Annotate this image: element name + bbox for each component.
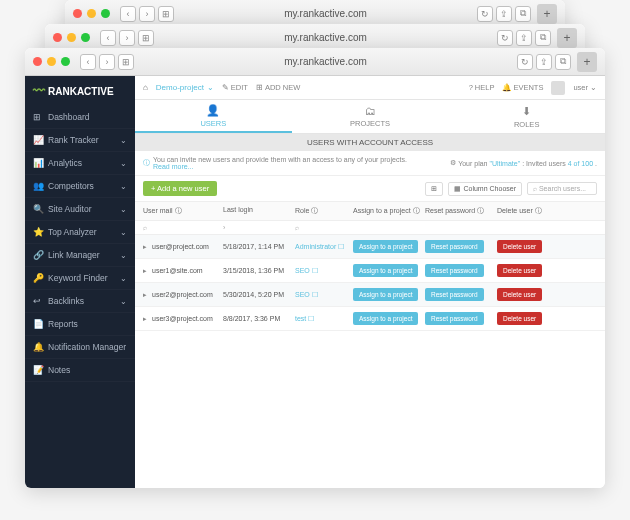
back-button[interactable]: ‹ (80, 54, 96, 70)
add-new-button[interactable]: ⊞ ADD NEW (256, 83, 300, 92)
search-input[interactable]: ⌕ Search users... (527, 182, 597, 195)
export-button[interactable]: ⊞ (425, 182, 443, 196)
user-menu[interactable]: user⌄ (573, 83, 597, 92)
close-dot[interactable] (33, 57, 42, 66)
sidebar-item-rank-tracker[interactable]: 📈Rank Tracker⌄ (25, 129, 135, 152)
roles-icon: ⬇ (522, 105, 531, 118)
col-user-mail[interactable]: User mail ⓘ (143, 206, 223, 216)
nav-icon: 📈 (33, 135, 43, 145)
chevron-down-icon: ⌄ (120, 228, 127, 237)
filter-login[interactable]: › (223, 224, 295, 231)
minimize-dot[interactable] (47, 57, 56, 66)
chevron-down-icon: ⌄ (207, 83, 214, 92)
nav-icon: 👥 (33, 181, 43, 191)
nav-icon: 🔗 (33, 250, 43, 260)
sidebar-item-analytics[interactable]: 📊Analytics⌄ (25, 152, 135, 175)
role-link[interactable]: test ☐ (295, 315, 314, 322)
edit-button[interactable]: ✎ EDIT (222, 83, 248, 92)
nav-icon: ⊞ (33, 112, 43, 122)
delete-user-button[interactable]: Delete user (497, 264, 542, 277)
home-icon[interactable]: ⌂ (143, 83, 148, 92)
expand-row[interactable]: ▸ (143, 267, 149, 275)
share-button[interactable]: ⇪ (536, 54, 552, 70)
assign-button[interactable]: Assign to a project (353, 264, 418, 277)
tabs-overview-button[interactable]: ⧉ (555, 54, 571, 70)
nav-icon: ↩ (33, 296, 43, 306)
chevron-down-icon: ⌄ (120, 297, 127, 306)
filter-role[interactable]: ⌕ (295, 224, 353, 231)
column-chooser-button[interactable]: ▦ Column Chooser (448, 182, 522, 196)
chevron-down-icon: ⌄ (120, 136, 127, 145)
browser-chrome: ‹ › ⊞ my.rankactive.com ↻ ⇪ ⧉ + (25, 48, 605, 76)
avatar[interactable] (551, 81, 565, 95)
expand-row[interactable]: ▸ (143, 315, 149, 323)
reset-password-button[interactable]: Reset password (425, 240, 484, 253)
filter-mail[interactable]: ⌕ (143, 224, 223, 231)
nav-icon: 🔍 (33, 204, 43, 214)
sidebar-item-dashboard[interactable]: ⊞Dashboard (25, 106, 135, 129)
sidebar-item-backlinks[interactable]: ↩Backlinks⌄ (25, 290, 135, 313)
last-login: 5/18/2017, 1:14 PM (223, 243, 295, 250)
role-link[interactable]: Administrator ☐ (295, 243, 344, 250)
sidebar-item-link-manager[interactable]: 🔗Link Manager⌄ (25, 244, 135, 267)
new-tab-button[interactable]: + (577, 52, 597, 72)
last-login: 8/8/2017, 3:36 PM (223, 315, 295, 322)
nav-icon: 📊 (33, 158, 43, 168)
sidebar-item-top-analyzer[interactable]: ⭐Top Analyzer⌄ (25, 221, 135, 244)
delete-user-button[interactable]: Delete user (497, 312, 542, 325)
sidebar-item-competitors[interactable]: 👥Competitors⌄ (25, 175, 135, 198)
sidebar: 〰RANKACTIVE ⊞Dashboard📈Rank Tracker⌄📊Ana… (25, 76, 135, 488)
last-login: 3/15/2018, 1:36 PM (223, 267, 295, 274)
chevron-down-icon: ⌄ (120, 274, 127, 283)
sidebar-item-site-auditor[interactable]: 🔍Site Auditor⌄ (25, 198, 135, 221)
sidebar-item-notification-manager[interactable]: 🔔Notification Manager (25, 336, 135, 359)
add-user-button[interactable]: + Add a new user (143, 181, 217, 196)
reset-password-button[interactable]: Reset password (425, 288, 484, 301)
col-reset: Reset password ⓘ (425, 206, 497, 216)
forward-button[interactable]: › (99, 54, 115, 70)
sidebar-item-notes[interactable]: 📝Notes (25, 359, 135, 382)
table-row: ▸user2@project.com5/30/2014, 5:20 PMSEO … (135, 283, 605, 307)
nav-label: Notification Manager (48, 342, 127, 352)
assign-button[interactable]: Assign to a project (353, 288, 418, 301)
chevron-down-icon: ⌄ (120, 159, 127, 168)
role-link[interactable]: SEO ☐ (295, 291, 318, 298)
nav-icon: 📄 (33, 319, 43, 329)
nav-label: Site Auditor (48, 204, 115, 214)
user-mail: user1@site.com (152, 267, 203, 274)
reset-password-button[interactable]: Reset password (425, 312, 484, 325)
events-button[interactable]: 🔔EVENTS (502, 83, 543, 92)
nav-label: Analytics (48, 158, 115, 168)
delete-user-button[interactable]: Delete user (497, 288, 542, 301)
logo: 〰RANKACTIVE (25, 76, 135, 106)
project-selector[interactable]: Demo-project ⌄ (156, 83, 214, 92)
table-row: ▸user1@site.com3/15/2018, 1:36 PMSEO ☐As… (135, 259, 605, 283)
col-last-login[interactable]: Last login (223, 206, 295, 216)
assign-button[interactable]: Assign to a project (353, 240, 418, 253)
delete-user-button[interactable]: Delete user (497, 240, 542, 253)
col-role[interactable]: Role ⓘ (295, 206, 353, 216)
help-button[interactable]: ? HELP (469, 83, 495, 92)
table-row: ▸user@project.com5/18/2017, 1:14 PMAdmin… (135, 235, 605, 259)
reset-password-button[interactable]: Reset password (425, 264, 484, 277)
tabs: 👤USERS 🗂PROJECTS ⬇ROLES (135, 100, 605, 134)
nav-icon: ⭐ (33, 227, 43, 237)
sidebar-item-keyword-finder[interactable]: 🔑Keyword Finder⌄ (25, 267, 135, 290)
nav-icon: 🔔 (33, 342, 43, 352)
assign-button[interactable]: Assign to a project (353, 312, 418, 325)
nav-label: Rank Tracker (48, 135, 115, 145)
expand-row[interactable]: ▸ (143, 291, 149, 299)
user-icon: 👤 (206, 104, 220, 117)
tab-roles[interactable]: ⬇ROLES (448, 100, 605, 133)
role-link[interactable]: SEO ☐ (295, 267, 318, 274)
tabs-button[interactable]: ⊞ (118, 54, 134, 70)
col-delete: Delete user ⓘ (497, 206, 557, 216)
sidebar-item-reports[interactable]: 📄Reports (25, 313, 135, 336)
url-bar[interactable]: my.rankactive.com (137, 56, 514, 67)
expand-row[interactable]: ▸ (143, 243, 149, 251)
reload-button[interactable]: ↻ (517, 54, 533, 70)
tab-users[interactable]: 👤USERS (135, 100, 292, 133)
tab-projects[interactable]: 🗂PROJECTS (292, 100, 449, 133)
maximize-dot[interactable] (61, 57, 70, 66)
read-more-link[interactable]: Read more... (153, 163, 193, 170)
